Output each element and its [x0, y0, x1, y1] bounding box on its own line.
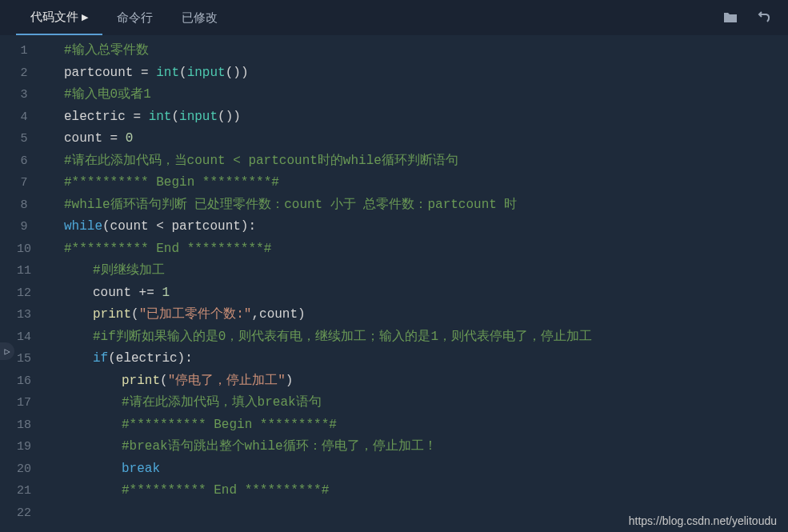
code-line: count = 0	[64, 128, 788, 150]
tab-code-file-label: 代码文件	[30, 10, 78, 25]
line-number: 2	[0, 62, 48, 85]
code-line: #if判断如果输入的是0，则代表有电，继续加工；输入的是1，则代表停电了，停止加…	[64, 326, 788, 349]
code-line: #break语句跳出整个while循环：停电了，停止加工！	[64, 436, 788, 458]
line-number: 22	[0, 502, 48, 525]
code-line: partcount = int(input())	[64, 62, 788, 85]
tab-bar: 代码文件 ▶ 命令行 已修改	[0, 0, 788, 35]
code-line: electric = int(input())	[64, 106, 788, 129]
line-number: 21	[0, 480, 48, 502]
line-number: 5	[0, 128, 48, 150]
line-number: 19	[0, 436, 48, 458]
line-number: 8	[0, 194, 48, 217]
line-number: 20	[0, 458, 48, 481]
line-number-gutter: 12345678910111213141516171819202122	[0, 35, 48, 532]
code-line: #输入总零件数	[64, 40, 788, 62]
line-number: 3	[0, 84, 48, 106]
line-number: 4	[0, 106, 48, 129]
line-number: 7	[0, 172, 48, 194]
code-line: while(count < partcount):	[64, 216, 788, 238]
code-line: #********** End **********#	[64, 480, 788, 502]
code-line: print("停电了，停止加工")	[64, 370, 788, 393]
code-line: #while循环语句判断 已处理零件数：count 小于 总零件数：partco…	[64, 194, 788, 217]
line-number: 9	[0, 216, 48, 238]
line-number: 1	[0, 40, 48, 62]
line-number: 16	[0, 370, 48, 393]
line-number: 13	[0, 304, 48, 326]
code-area[interactable]: #输入总零件数partcount = int(input())#输入电0或者1e…	[48, 35, 788, 532]
tab-code-file[interactable]: 代码文件 ▶	[16, 0, 102, 35]
line-number: 17	[0, 392, 48, 414]
code-line: print("已加工零件个数:",count)	[64, 304, 788, 326]
line-number: 11	[0, 260, 48, 282]
code-line: #********** Begin *********#	[64, 414, 788, 437]
code-line: #********** End **********#	[64, 238, 788, 261]
tab-command-line-label: 命令行	[117, 10, 153, 26]
code-line: #则继续加工	[64, 260, 788, 282]
code-line: if(electric):	[64, 348, 788, 370]
code-line: break	[64, 458, 788, 481]
tab-command-line[interactable]: 命令行	[102, 0, 167, 35]
folder-icon[interactable]	[722, 11, 738, 24]
line-number: 12	[0, 282, 48, 305]
undo-icon[interactable]	[756, 11, 772, 24]
watermark: https://blog.csdn.net/yelitoudu	[629, 514, 777, 527]
code-line: count += 1	[64, 282, 788, 305]
line-number: 6	[0, 150, 48, 173]
tab-modified[interactable]: 已修改	[167, 0, 232, 35]
tab-modified-label: 已修改	[182, 10, 218, 26]
play-icon: ▶	[82, 12, 88, 22]
code-editor[interactable]: 12345678910111213141516171819202122 #输入总…	[0, 35, 788, 532]
code-line: #输入电0或者1	[64, 84, 788, 106]
code-line: #********** Begin *********#	[64, 172, 788, 194]
code-line: #请在此添加代码，当count < partcount时的while循环判断语句	[64, 150, 788, 173]
code-line: #请在此添加代码，填入break语句	[64, 392, 788, 414]
line-number: 18	[0, 414, 48, 437]
line-number: 10	[0, 238, 48, 261]
